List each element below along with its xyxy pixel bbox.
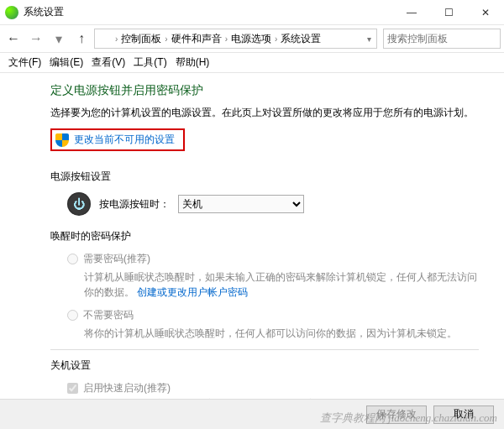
section-power-buttons: 电源按钮设置	[50, 170, 479, 184]
save-button[interactable]: 保存修改	[366, 405, 427, 424]
chevron-down-icon[interactable]: ▾	[365, 34, 373, 44]
recent-dropdown[interactable]: ▾	[49, 29, 69, 49]
chevron-right-icon[interactable]: ›	[163, 34, 169, 44]
chevron-right-icon[interactable]: ›	[223, 34, 229, 44]
radio-no-password-label: 不需要密码	[83, 308, 134, 322]
page-description: 选择要为您的计算机设置的电源设置。在此页上对设置所做的更改将应用于您所有的电源计…	[50, 105, 479, 120]
radio-require-password-input[interactable]	[67, 254, 78, 264]
radio-no-password: 不需要密码	[67, 308, 479, 322]
power-button-select[interactable]: 关机	[178, 195, 304, 213]
crumb-control-panel[interactable]: 控制面板	[119, 32, 163, 46]
window-title: 系统设置	[24, 5, 393, 19]
chevron-right-icon[interactable]: ›	[113, 34, 119, 44]
menu-edit[interactable]: 编辑(E)	[46, 54, 87, 71]
radio-require-password-label: 需要密码(推荐)	[83, 252, 150, 266]
power-button-row: ⏻ 按电源按钮时： 关机	[67, 192, 479, 216]
search-box[interactable]	[383, 29, 501, 49]
menu-view[interactable]: 查看(V)	[88, 54, 129, 71]
radio-no-password-desc: 将你的计算机从睡眠状态唤醒时，任何人都可以访问你的数据，因为计算机未锁定。	[84, 326, 479, 341]
nav-bar: ← → ▾ ↑ › 控制面板 › 硬件和声音 › 电源选项 › 系统设置 ▾	[0, 25, 504, 53]
chevron-right-icon[interactable]: ›	[273, 34, 279, 44]
section-wake-password: 唤醒时的密码保护	[50, 229, 479, 243]
highlight-box: 更改当前不可用的设置	[50, 128, 185, 151]
crumb-system-settings[interactable]: 系统设置	[279, 32, 323, 46]
separator	[50, 349, 479, 350]
app-icon	[5, 6, 18, 19]
window-buttons: — ☐ ✕	[393, 0, 504, 25]
menu-tools[interactable]: 工具(T)	[130, 54, 170, 71]
search-input[interactable]	[384, 33, 500, 44]
menu-bar: 文件(F) 编辑(E) 查看(V) 工具(T) 帮助(H)	[0, 53, 504, 73]
minimize-button[interactable]: —	[393, 0, 430, 25]
back-button[interactable]: ←	[3, 29, 24, 49]
breadcrumb-bar[interactable]: › 控制面板 › 硬件和声音 › 电源选项 › 系统设置 ▾	[94, 29, 377, 49]
close-button[interactable]: ✕	[467, 0, 504, 25]
page-heading: 定义电源按钮并启用密码保护	[50, 83, 479, 98]
location-icon	[100, 33, 112, 44]
footer-bar: 保存修改 取消	[0, 399, 504, 429]
change-unavailable-link[interactable]: 更改当前不可用的设置	[74, 133, 175, 147]
check-fast-startup-label: 启用快速启动(推荐)	[83, 381, 171, 395]
menu-help[interactable]: 帮助(H)	[172, 54, 213, 71]
title-bar: 系统设置 — ☐ ✕	[0, 0, 504, 25]
radio-no-password-input[interactable]	[67, 310, 78, 321]
power-button-label: 按电源按钮时：	[99, 197, 170, 212]
forward-button[interactable]: →	[26, 29, 46, 49]
shield-icon	[55, 133, 69, 147]
crumb-power-options[interactable]: 电源选项	[229, 32, 273, 46]
section-shutdown: 关机设置	[50, 358, 479, 373]
power-icon: ⏻	[67, 192, 91, 216]
content-area: 定义电源按钮并启用密码保护 选择要为您的计算机设置的电源设置。在此页上对设置所做…	[0, 73, 504, 399]
crumb-hardware-sound[interactable]: 硬件和声音	[170, 32, 223, 46]
maximize-button[interactable]: ☐	[430, 0, 467, 25]
create-password-link[interactable]: 创建或更改用户帐户密码	[137, 286, 248, 298]
check-fast-startup: 启用快速启动(推荐)	[67, 381, 479, 395]
check-fast-startup-input[interactable]	[67, 383, 78, 394]
up-button[interactable]: ↑	[71, 29, 92, 49]
radio-require-password: 需要密码(推荐)	[67, 252, 479, 266]
radio-require-password-desc: 计算机从睡眠状态唤醒时，如果未输入正确的密码来解除计算机锁定，任何人都无法访问你…	[84, 269, 479, 300]
cancel-button[interactable]: 取消	[433, 405, 494, 424]
menu-file[interactable]: 文件(F)	[5, 54, 45, 71]
